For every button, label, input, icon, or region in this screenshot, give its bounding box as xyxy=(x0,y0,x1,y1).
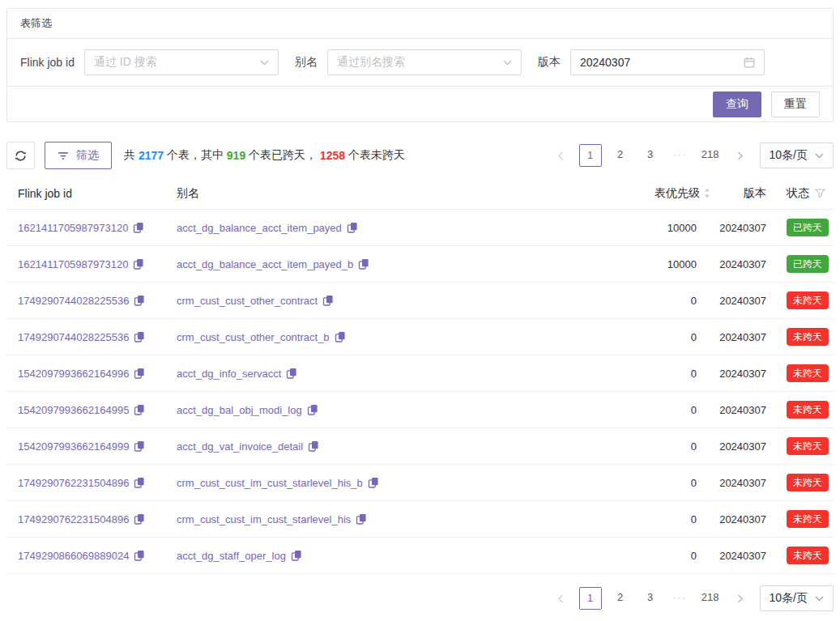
column-version: 版本 xyxy=(717,186,774,201)
alias-link[interactable]: acct_dg_info_servacct xyxy=(177,368,281,380)
copy-icon[interactable] xyxy=(356,513,367,525)
alias-link[interactable]: crm_cust_cust_other_contract_b xyxy=(177,331,330,343)
filter-toggle-label: 筛选 xyxy=(76,148,99,163)
alias-label: 别名 xyxy=(295,55,318,70)
version-value: 20240307 xyxy=(717,550,774,562)
prev-page-button[interactable] xyxy=(549,587,572,610)
alias-link[interactable]: crm_cust_cust_im_cust_starlevel_his xyxy=(177,513,351,525)
crossed-count: 919 xyxy=(227,149,245,162)
copy-icon[interactable] xyxy=(134,295,145,306)
job-id-link[interactable]: 1749290866069889024 xyxy=(18,550,129,562)
priority-value: 0 xyxy=(591,513,717,525)
summary-seg: 个表，其中 xyxy=(164,148,227,163)
alias-link[interactable]: crm_cust_cust_other_contract xyxy=(177,295,318,307)
page-button-3[interactable]: 3 xyxy=(639,144,662,167)
page-button-1[interactable]: 1 xyxy=(579,144,602,167)
page-button-1[interactable]: 1 xyxy=(579,587,602,610)
job-id-link[interactable]: 1621411705987973120 xyxy=(18,258,128,270)
priority-value: 0 xyxy=(591,477,717,489)
job-id-link[interactable]: 1542097993662164999 xyxy=(18,440,129,453)
table-row: 1621411705987973120 acct_dg_balance_acct… xyxy=(6,246,834,283)
reset-button[interactable]: 重置 xyxy=(771,91,820,117)
column-job-id: Flink job id xyxy=(6,187,177,200)
column-alias: 别名 xyxy=(177,186,591,201)
copy-icon[interactable] xyxy=(134,331,145,342)
page-root: 表筛选 Flink job id 通过 ID 搜索 别名 通过别名搜索 xyxy=(0,0,840,621)
status-badge: 已跨天 xyxy=(787,255,829,273)
refresh-button[interactable] xyxy=(6,142,35,169)
copy-icon[interactable] xyxy=(133,258,144,270)
copy-icon[interactable] xyxy=(307,404,318,415)
job-id-link[interactable]: 1749290762231504896 xyxy=(18,513,129,525)
table-row: 1749290762231504896 crm_cust_cust_im_cus… xyxy=(6,465,834,501)
job-id-link[interactable]: 1621411705987973120 xyxy=(18,222,128,234)
filter-toggle-button[interactable]: 筛选 xyxy=(45,142,112,169)
copy-icon[interactable] xyxy=(286,368,297,379)
job-id-link[interactable]: 1542097993662164995 xyxy=(18,404,129,416)
filter-group-job-id: Flink job id 通过 ID 搜索 xyxy=(20,49,279,75)
copy-icon[interactable] xyxy=(134,404,145,415)
job-id-select[interactable]: 通过 ID 搜索 xyxy=(84,49,279,75)
priority-value: 0 xyxy=(591,368,717,380)
prev-page-button[interactable] xyxy=(549,144,572,167)
table-row: 1749290744028225536 crm_cust_cust_other_… xyxy=(6,319,834,355)
version-value: 20240307 xyxy=(717,258,774,270)
filter-row: Flink job id 通过 ID 搜索 别名 通过别名搜索 xyxy=(7,39,833,86)
table-row: 1542097993662164995 acct_dg_bal_obj_modi… xyxy=(6,392,834,428)
filter-group-alias: 别名 通过别名搜索 xyxy=(295,49,522,75)
copy-icon[interactable] xyxy=(308,440,319,452)
job-id-link[interactable]: 1749290744028225536 xyxy=(18,331,129,343)
table-row: 1749290762231504896 crm_cust_cust_im_cus… xyxy=(6,501,834,538)
copy-icon[interactable] xyxy=(133,222,144,233)
copy-icon[interactable] xyxy=(134,513,145,525)
page-ellipsis[interactable]: ··· xyxy=(669,587,692,610)
query-button[interactable]: 查询 xyxy=(713,91,761,117)
page-button-last[interactable]: 218 xyxy=(699,144,722,167)
status-badge: 未跨天 xyxy=(787,364,829,382)
copy-icon[interactable] xyxy=(322,295,334,306)
copy-icon[interactable] xyxy=(335,331,346,342)
copy-icon[interactable] xyxy=(134,477,145,488)
alias-link[interactable]: acct_dg_staff_oper_log xyxy=(177,550,286,562)
calendar-icon xyxy=(744,57,755,68)
status-badge: 未跨天 xyxy=(787,474,829,491)
summary-seg: 个表未跨天 xyxy=(345,148,405,163)
page-button-2[interactable]: 2 xyxy=(609,144,632,167)
priority-value: 0 xyxy=(591,550,717,562)
alias-link[interactable]: acct_dg_balance_acct_item_payed_b xyxy=(177,258,353,270)
page-button-2[interactable]: 2 xyxy=(609,587,632,610)
copy-icon[interactable] xyxy=(134,550,145,561)
job-id-link[interactable]: 1542097993662164996 xyxy=(18,368,129,380)
alias-link[interactable]: crm_cust_cust_im_cust_starlevel_his_b xyxy=(177,477,363,489)
version-value: 20240307 xyxy=(580,56,744,69)
priority-value: 0 xyxy=(591,331,717,343)
version-date-input[interactable]: 20240307 xyxy=(570,49,765,75)
next-page-button[interactable] xyxy=(729,144,752,167)
next-page-button[interactable] xyxy=(729,587,752,610)
page-size-select[interactable]: 10条/页 xyxy=(760,585,834,611)
copy-icon[interactable] xyxy=(368,477,379,488)
priority-value: 0 xyxy=(591,404,717,416)
copy-icon[interactable] xyxy=(358,258,369,270)
copy-icon[interactable] xyxy=(134,440,145,452)
alias-select[interactable]: 通过别名搜索 xyxy=(327,49,522,75)
job-id-link[interactable]: 1749290744028225536 xyxy=(18,295,129,307)
column-priority[interactable]: 表优先级 xyxy=(591,186,717,201)
page-size-select[interactable]: 10条/页 xyxy=(760,142,834,168)
page-ellipsis[interactable]: ··· xyxy=(669,144,692,167)
job-id-placeholder: 通过 ID 搜索 xyxy=(94,55,260,70)
status-badge: 已跨天 xyxy=(787,219,829,236)
copy-icon[interactable] xyxy=(347,222,358,233)
copy-icon[interactable] xyxy=(291,550,302,561)
copy-icon[interactable] xyxy=(134,368,145,379)
filter-funnel-icon[interactable] xyxy=(815,189,825,198)
alias-link[interactable]: acct_dg_bal_obj_modi_log xyxy=(177,404,302,416)
job-id-link[interactable]: 1749290762231504896 xyxy=(18,477,129,489)
alias-link[interactable]: acct_dg_balance_acct_item_payed xyxy=(177,222,342,234)
chevron-down-icon xyxy=(503,60,512,66)
page-button-last[interactable]: 218 xyxy=(699,587,722,610)
table-row: 1621411705987973120 acct_dg_balance_acct… xyxy=(6,210,834,246)
version-label: 版本 xyxy=(538,55,561,70)
page-button-3[interactable]: 3 xyxy=(639,587,662,610)
alias-link[interactable]: acct_dg_vat_invoice_detail xyxy=(177,440,303,453)
